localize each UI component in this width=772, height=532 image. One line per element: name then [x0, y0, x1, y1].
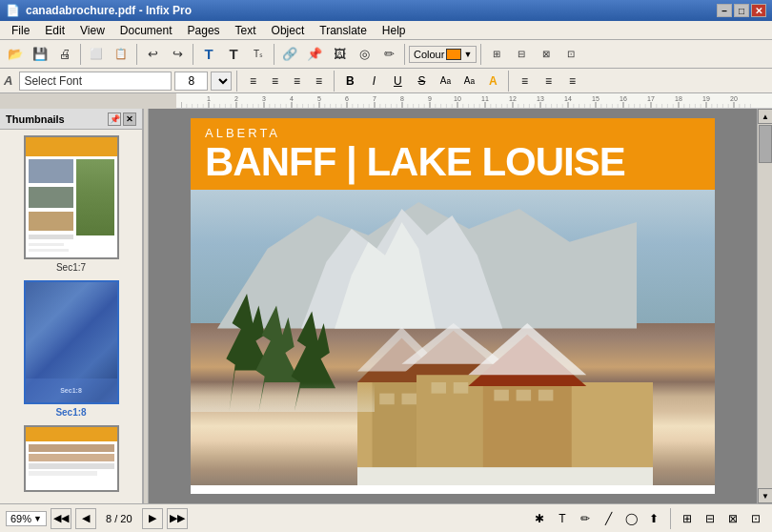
tool-line[interactable]: ╱	[598, 508, 619, 529]
align-right-button[interactable]: ≡	[286, 72, 307, 91]
separator-2	[136, 44, 137, 65]
fmt-sep3	[508, 71, 509, 92]
text-small-button[interactable]: Tₛ	[247, 43, 270, 66]
nav-next-button[interactable]: ▶	[142, 508, 163, 529]
scroll-thumb[interactable]	[759, 125, 772, 163]
nav-last-button[interactable]: ▶▶	[167, 508, 188, 529]
thumb2-content: Sec1:8	[26, 282, 117, 402]
menu-translate[interactable]: Translate	[312, 22, 375, 39]
tool-arrow[interactable]: ⬆	[643, 508, 664, 529]
color-button[interactable]: Colour ▼	[409, 46, 477, 63]
shape-button[interactable]: ◎	[353, 43, 376, 66]
size-dropdown[interactable]	[211, 72, 232, 91]
close-button[interactable]: ✕	[751, 4, 766, 17]
svg-text:1: 1	[207, 95, 211, 102]
align-left-button[interactable]: ≡	[242, 72, 263, 91]
tool-shape[interactable]: ◯	[620, 508, 641, 529]
menu-file[interactable]: File	[4, 22, 37, 39]
fmt-sep2	[334, 71, 335, 92]
list-btn2[interactable]: ≡	[538, 72, 559, 91]
color-dropdown-icon[interactable]: ▼	[463, 50, 472, 59]
svg-rect-155	[538, 389, 554, 400]
text-tool-button[interactable]: T	[197, 43, 220, 66]
zoom-display: 69% ▼	[6, 511, 47, 526]
thumb-frame-2: Sec1:8	[24, 280, 119, 404]
tool-select[interactable]: ✱	[529, 508, 550, 529]
menu-document[interactable]: Document	[112, 22, 180, 39]
scroll-up-button[interactable]: ▲	[758, 109, 772, 124]
thumbnail-2[interactable]: Sec1:8 Sec1:8	[24, 280, 119, 418]
menu-pages[interactable]: Pages	[180, 22, 228, 39]
color-label: Colour	[414, 49, 444, 60]
tool-pen[interactable]: ✏	[575, 508, 596, 529]
panel-pin-button[interactable]: 📌	[108, 113, 121, 126]
menu-edit[interactable]: Edit	[37, 22, 72, 39]
grid-btn1[interactable]: ⊞	[485, 43, 508, 66]
font-size-input[interactable]	[174, 72, 208, 91]
thumb-right-img	[76, 159, 114, 235]
menu-object[interactable]: Object	[264, 22, 313, 39]
redo-button[interactable]: ↪	[166, 43, 189, 66]
image-button[interactable]: 🖼	[328, 43, 351, 66]
tool-extra2[interactable]: ⊟	[700, 508, 721, 529]
copy-button[interactable]: ⬜	[85, 43, 108, 66]
list-btn1[interactable]: ≡	[514, 72, 535, 91]
thumb-label-1: Sec1:7	[56, 262, 86, 273]
pen-button[interactable]: ✏	[377, 43, 400, 66]
grid-btn3[interactable]: ⊠	[535, 43, 558, 66]
subscript-button[interactable]: Aa	[458, 72, 479, 91]
undo-button[interactable]: ↩	[141, 43, 164, 66]
pin-button[interactable]: 📌	[303, 43, 326, 66]
thumb3-line2	[29, 471, 97, 476]
svg-rect-0	[181, 94, 753, 108]
title-bar-controls: – □ ✕	[717, 4, 766, 17]
separator-6	[480, 44, 481, 65]
bold-button[interactable]: B	[339, 72, 360, 91]
nav-first-button[interactable]: ◀◀	[51, 508, 71, 529]
open-button[interactable]: 📂	[4, 43, 27, 66]
tool-extra3[interactable]: ⊠	[722, 508, 743, 529]
nav-prev-button[interactable]: ◀	[75, 508, 96, 529]
thumb1-content	[26, 137, 117, 257]
scrollbar-vertical[interactable]: ▲ ▼	[757, 109, 772, 503]
tool-text[interactable]: T	[552, 508, 573, 529]
thumbnail-1[interactable]: Sec1:7	[24, 135, 119, 273]
menu-help[interactable]: Help	[375, 22, 414, 39]
thumbnail-3[interactable]	[24, 425, 119, 492]
svg-text:4: 4	[290, 95, 294, 102]
list-btn3[interactable]: ≡	[561, 72, 582, 91]
minimize-button[interactable]: –	[717, 4, 732, 17]
menu-text[interactable]: Text	[228, 22, 264, 39]
align-center-button[interactable]: ≡	[264, 72, 285, 91]
text-tool2-button[interactable]: T	[222, 43, 245, 66]
svg-text:17: 17	[647, 95, 655, 102]
scroll-track[interactable]	[758, 124, 772, 488]
menu-view[interactable]: View	[72, 22, 112, 39]
scroll-down-button[interactable]: ▼	[758, 488, 772, 503]
align-justify-button[interactable]: ≡	[308, 72, 329, 91]
svg-text:19: 19	[702, 95, 710, 102]
panel-close-button[interactable]: ✕	[123, 113, 136, 126]
strikethrough-button[interactable]: S	[411, 72, 432, 91]
underline-button[interactable]: U	[387, 72, 408, 91]
document-area[interactable]: ALBERTA BANFF | LAKE LOUISE	[149, 109, 757, 503]
save-button[interactable]: 💾	[29, 43, 51, 66]
separator-4	[274, 44, 274, 65]
italic-button[interactable]: I	[363, 72, 384, 91]
maximize-button[interactable]: □	[734, 4, 749, 17]
tool-extra4[interactable]: ⊡	[745, 508, 766, 529]
zoom-dropdown[interactable]: ▼	[33, 514, 42, 523]
panel-header: Thumbnails 📌 ✕	[0, 109, 142, 130]
grid-btn2[interactable]: ⊟	[510, 43, 533, 66]
print-button[interactable]: 🖨	[53, 43, 76, 66]
link-button[interactable]: 🔗	[278, 43, 301, 66]
grid-btn4[interactable]: ⊡	[559, 43, 582, 66]
highlight-button[interactable]: A	[482, 72, 503, 91]
tool-extra1[interactable]: ⊞	[677, 508, 698, 529]
superscript-button[interactable]: Aa	[435, 72, 456, 91]
thumb3-img1	[29, 444, 114, 452]
paste-button[interactable]: 📋	[110, 43, 132, 66]
font-selector[interactable]: Select Font	[19, 72, 172, 91]
main-toolbar: 📂 💾 🖨 ⬜ 📋 ↩ ↪ T T Tₛ 🔗 📌 🖼 ◎ ✏ Colour ▼ …	[0, 40, 772, 69]
svg-text:20: 20	[730, 95, 738, 102]
